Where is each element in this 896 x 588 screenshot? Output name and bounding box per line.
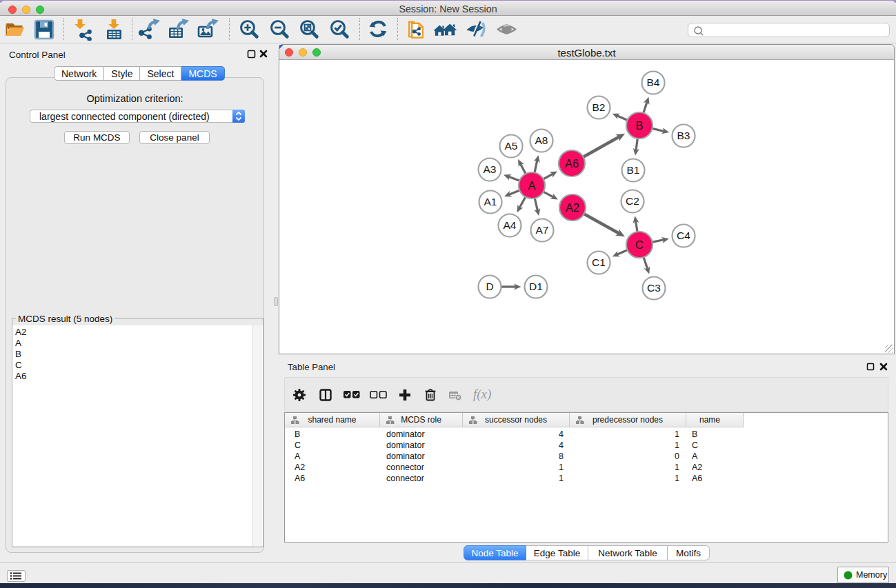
svg-text:C2: C2 (626, 195, 639, 207)
svg-text:D: D (486, 281, 493, 292)
svg-text:A7: A7 (536, 224, 549, 236)
svg-text:B1: B1 (627, 164, 640, 176)
svg-text:A4: A4 (504, 219, 517, 231)
svg-text:B: B (635, 119, 643, 132)
svg-text:B4: B4 (647, 77, 660, 88)
svg-text:A: A (528, 179, 535, 192)
svg-text:C3: C3 (647, 282, 661, 294)
svg-text:A3: A3 (484, 163, 497, 175)
svg-text:A8: A8 (535, 134, 548, 146)
svg-text:C: C (635, 239, 644, 251)
svg-text:A2: A2 (566, 201, 579, 214)
svg-text:A6: A6 (565, 157, 579, 170)
svg-text:D1: D1 (529, 281, 543, 292)
svg-text:B3: B3 (677, 130, 690, 141)
svg-text:C4: C4 (677, 230, 690, 241)
svg-text:C1: C1 (592, 256, 606, 268)
svg-text:B2: B2 (593, 101, 606, 113)
svg-text:A1: A1 (484, 196, 497, 207)
svg-text:A5: A5 (505, 140, 518, 152)
